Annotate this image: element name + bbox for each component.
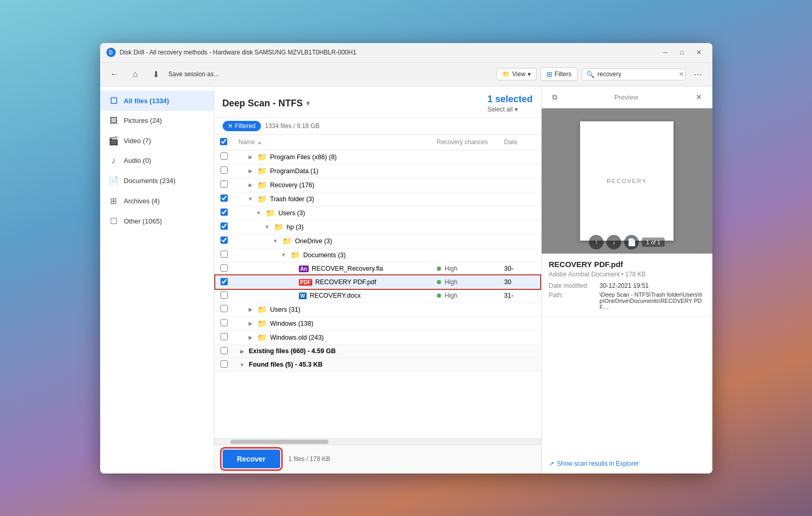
row-checkbox[interactable] <box>221 152 228 160</box>
row-checkbox[interactable] <box>221 194 228 202</box>
sidebar-label-documents: Documents (234) <box>124 177 176 185</box>
expand-button[interactable]: ▶ <box>247 168 254 174</box>
row-checkbox[interactable] <box>221 236 228 244</box>
recover-button[interactable]: Recover <box>223 450 280 468</box>
view-button[interactable]: 📁 View ▾ <box>497 68 536 80</box>
date-cell <box>499 206 541 220</box>
home-button[interactable]: ⌂ <box>127 66 144 82</box>
recovery-cell <box>432 150 499 164</box>
row-checkbox[interactable] <box>221 250 228 258</box>
preview-document: RECOVERY <box>580 121 673 241</box>
row-checkbox[interactable] <box>221 319 228 326</box>
table-row[interactable]: ▼ 📁 Users (3) <box>215 206 541 220</box>
table-row[interactable]: ▼ 📁 hp (3) <box>215 220 541 234</box>
back-button[interactable]: ← <box>106 66 123 82</box>
sidebar-item-pictures[interactable]: 🖼 Pictures (24) <box>100 111 214 131</box>
archives-icon: ⊞ <box>108 196 119 206</box>
expand-button[interactable]: ▶ <box>247 334 254 340</box>
table-row[interactable]: ▼ 📁 Trash folder (3) <box>215 192 541 206</box>
col-header-recovery[interactable]: Recovery chances <box>432 135 499 150</box>
preview-prev-button[interactable]: ↑ <box>589 235 603 249</box>
row-checkbox[interactable] <box>221 278 228 285</box>
table-row[interactable]: ▶ 📁 Windows (138) <box>215 316 541 330</box>
close-preview-button[interactable]: ✕ <box>693 92 705 102</box>
titlebar: D Disk Drill - All recovery methods - Ha… <box>100 43 712 63</box>
maximize-button[interactable]: □ <box>675 47 690 58</box>
row-checkbox[interactable] <box>221 347 228 354</box>
preview-next-button[interactable]: ↓ <box>607 235 621 249</box>
col-header-date[interactable]: Date <box>499 135 541 150</box>
download-button[interactable]: ⬇ <box>148 66 164 82</box>
expand-button[interactable]: ▼ <box>264 224 271 230</box>
row-checkbox[interactable] <box>221 305 228 312</box>
date-cell <box>499 302 541 316</box>
show-in-explorer-button[interactable]: ↗ Show scan results in Explorer <box>542 454 712 473</box>
row-checkbox[interactable] <box>221 291 228 299</box>
expand-button[interactable]: ▼ <box>272 238 279 244</box>
sidebar-item-all-files[interactable]: ☐ All files (1334) <box>100 91 214 111</box>
save-session-button[interactable]: Save session as... <box>169 71 219 78</box>
expand-button[interactable]: ▶ <box>247 306 254 312</box>
main-area: ☐ All files (1334) 🖼 Pictures (24) 🎬 Vid… <box>100 87 712 473</box>
expand-button[interactable]: ▶ <box>239 348 246 354</box>
row-checkbox[interactable] <box>221 180 228 188</box>
file-type-icon: PDF <box>299 279 312 286</box>
table-row[interactable]: ▶ 📁 Users (31) <box>215 302 541 316</box>
table-row[interactable]: ▶ 📁 Windows.old (243) <box>215 330 541 344</box>
table-row[interactable]: ▼ 📁 OneDrive (3) <box>215 234 541 248</box>
expand-button[interactable]: ▼ <box>247 196 254 202</box>
col-header-name[interactable]: Name ▲ <box>233 135 432 150</box>
sidebar-item-audio[interactable]: ♪ Audio (0) <box>100 151 214 171</box>
expand-button[interactable]: ▶ <box>247 320 254 326</box>
sidebar-item-documents[interactable]: 📄 Documents (234) <box>100 171 214 191</box>
row-checkbox[interactable] <box>221 222 228 230</box>
file-name: Windows.old (243) <box>270 334 324 341</box>
row-checkbox[interactable] <box>221 360 228 368</box>
table-row-selected[interactable]: PDF RECOVERY PDF.pdf High 30 <box>215 275 541 289</box>
table-row[interactable]: ▶ 📁 ProgramData (1) <box>215 164 541 178</box>
sidebar-item-archives[interactable]: ⊞ Archives (4) <box>100 191 214 211</box>
filter-count: 1334 files / 9.18 GB <box>265 122 320 130</box>
table-row[interactable]: ▶ 📁 Program Files (x86) (8) <box>215 150 541 164</box>
table-row[interactable]: ▼ 📁 Documents (3) <box>215 248 541 262</box>
expand-button[interactable]: ▼ <box>280 252 287 258</box>
table-row[interactable]: ▶ Existing files (660) - 4.59 GB <box>215 344 541 358</box>
expand-button[interactable]: ▶ <box>247 154 254 160</box>
table-row[interactable]: ▼ Found files (5) - 45.3 KB <box>215 358 541 371</box>
row-checkbox[interactable] <box>221 264 228 272</box>
sidebar-item-video[interactable]: 🎬 Video (7) <box>100 131 214 151</box>
sidebar-item-other[interactable]: ☐ Other (1065) <box>100 211 214 231</box>
select-all-button[interactable]: Select all ▾ <box>487 106 532 113</box>
expand-button[interactable]: ▶ <box>247 182 254 188</box>
preview-doc-button[interactable]: 📄 <box>624 235 639 249</box>
preview-header: ⧉ Preview ✕ <box>542 87 712 108</box>
filter-badge-label: Filtered <box>235 122 256 130</box>
expand-button[interactable]: ▼ <box>239 362 246 368</box>
more-button[interactable]: ⋯ <box>690 67 706 81</box>
filters-button[interactable]: ⊞ Filters <box>541 67 577 81</box>
preview-page-indicator: 1 of 1 <box>642 238 665 247</box>
copy-preview-button[interactable]: ⧉ <box>549 92 560 103</box>
search-input[interactable] <box>598 71 676 78</box>
search-clear-button[interactable]: ✕ <box>679 71 684 78</box>
sidebar-label-audio: Audio (0) <box>124 157 152 164</box>
expand-button[interactable]: ▼ <box>255 210 263 216</box>
table-row[interactable]: An RECOVER_Recovery.fla High 30- <box>215 262 541 275</box>
all-files-icon: ☐ <box>108 96 119 106</box>
minimize-button[interactable]: ─ <box>658 47 673 58</box>
close-button[interactable]: ✕ <box>692 47 706 58</box>
preview-image-area: RECOVERY ↑ ↓ 📄 1 of 1 <box>542 108 712 254</box>
table-row[interactable]: W RECOVERY.docx High 31- <box>215 289 541 302</box>
date-cell <box>499 220 541 234</box>
search-box: 🔍 ✕ <box>582 68 685 80</box>
date-cell: 30- <box>499 262 541 275</box>
filtered-badge[interactable]: ✕ Filtered <box>223 121 261 131</box>
row-checkbox[interactable] <box>221 166 228 174</box>
date-cell <box>499 330 541 344</box>
horizontal-scrollbar[interactable] <box>214 438 541 444</box>
row-checkbox[interactable] <box>221 208 228 216</box>
select-all-checkbox[interactable] <box>220 138 227 145</box>
table-row[interactable]: ▶ 📁 Recovery (176) <box>215 178 541 192</box>
row-checkbox[interactable] <box>221 333 228 340</box>
scan-title[interactable]: Deep Scan - NTFS ▾ <box>223 98 310 109</box>
